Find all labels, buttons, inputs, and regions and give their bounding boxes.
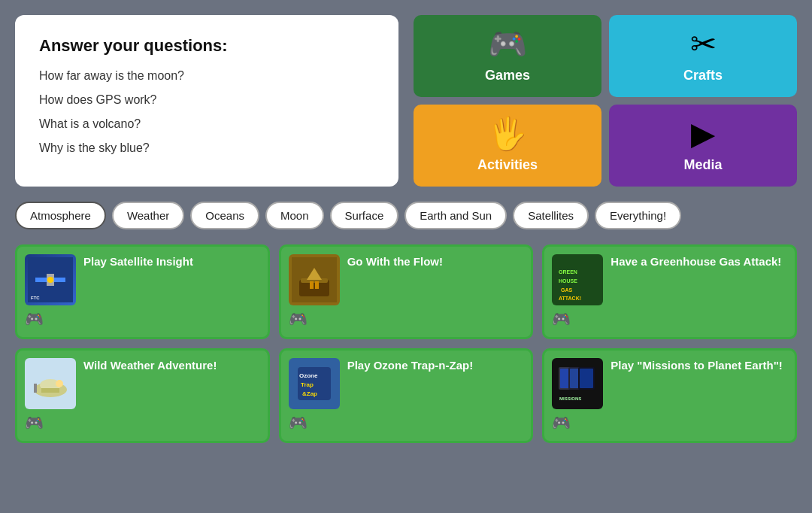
media-button[interactable]: ▶ Media	[609, 105, 797, 187]
filter-earth-and-sun[interactable]: Earth and Sun	[404, 202, 507, 229]
game-card-missions[interactable]: MISSIONS Play "Missions to Planet Earth"…	[542, 348, 797, 443]
filter-section: Atmosphere Weather Oceans Moon Surface E…	[15, 202, 797, 229]
svg-rect-11	[315, 281, 319, 289]
top-section: Answer your questions: How far away is t…	[15, 15, 797, 187]
filter-atmosphere[interactable]: Atmosphere	[15, 202, 106, 229]
thumb-inner-3: GREEN HOUSE GAS ATTACK!	[552, 254, 603, 305]
svg-point-4	[47, 277, 53, 283]
game-card-flow[interactable]: Go With the Flow!	[279, 244, 534, 339]
filter-satellites[interactable]: Satellites	[513, 202, 589, 229]
filter-weather[interactable]: Weather	[112, 202, 184, 229]
svg-rect-2	[35, 278, 47, 282]
qa-panel: Answer your questions: How far away is t…	[15, 15, 398, 187]
game-title-ozone: Play Ozone Trap-n-Zap!	[347, 358, 474, 373]
game-card-bottom	[25, 310, 259, 328]
svg-rect-10	[310, 281, 314, 289]
crafts-icon: ✂	[690, 29, 717, 60]
thumb-inner-2	[289, 254, 340, 305]
crafts-label: Crafts	[683, 68, 723, 83]
question-4: Why is the sky blue?	[39, 141, 374, 155]
svg-text:Trap: Trap	[301, 381, 314, 388]
game-card-bottom-2	[289, 310, 523, 328]
game-title-greenhouse: Have a Greenhouse Gas Attack!	[611, 254, 781, 269]
game-title-missions: Play "Missions to Planet Earth"!	[611, 358, 782, 373]
controller-icon-3	[552, 310, 571, 328]
question-3: What is a volcano?	[39, 117, 374, 131]
svg-text:FTC: FTC	[31, 296, 40, 300]
activities-button[interactable]: 🖐 Activities	[414, 105, 601, 187]
game-title-flow: Go With the Flow!	[347, 254, 443, 269]
svg-rect-22	[34, 384, 37, 393]
svg-rect-3	[54, 278, 65, 282]
controller-icon-2	[289, 310, 308, 328]
thumb-inner-4	[25, 358, 76, 409]
game-thumbnail-missions: MISSIONS	[552, 358, 603, 409]
thumb-inner-5: Ozone Trap &Zap	[289, 358, 340, 409]
game-thumbnail-weather	[25, 358, 76, 409]
qa-title: Answer your questions:	[39, 36, 374, 56]
media-icon: ▶	[691, 118, 715, 150]
game-thumbnail-greenhouse: GREEN HOUSE GAS ATTACK!	[552, 254, 603, 305]
filter-surface[interactable]: Surface	[330, 202, 399, 229]
svg-rect-34	[580, 369, 593, 388]
game-card-bottom-5	[289, 414, 523, 432]
question-2: How does GPS work?	[39, 93, 374, 107]
game-card-ozone[interactable]: Ozone Trap &Zap Play Ozone Trap-n-Zap!	[279, 348, 534, 443]
media-label: Media	[683, 157, 722, 173]
filter-moon[interactable]: Moon	[265, 202, 324, 229]
game-title-satellite: Play Satellite Insight	[83, 254, 193, 269]
game-card-top-3: GREEN HOUSE GAS ATTACK! Have a Greenhous…	[552, 254, 786, 305]
filter-oceans[interactable]: Oceans	[190, 202, 259, 229]
game-card-greenhouse[interactable]: GREEN HOUSE GAS ATTACK! Have a Greenhous…	[542, 244, 797, 339]
game-card-top-2: Go With the Flow!	[289, 254, 523, 305]
game-card-bottom-4	[25, 414, 259, 432]
svg-rect-20	[41, 388, 59, 393]
game-title-weather: Wild Weather Adventure!	[83, 358, 217, 373]
controller-icon	[25, 310, 44, 328]
controller-icon-6	[552, 414, 571, 432]
game-card-satellite[interactable]: FTC Play Satellite Insight	[15, 244, 270, 339]
game-thumbnail-flow	[289, 254, 340, 305]
activities-icon: 🖐	[488, 118, 527, 150]
game-thumbnail-ozone: Ozone Trap &Zap	[289, 358, 340, 409]
games-icon: 🎮	[488, 29, 527, 60]
svg-text:GAS: GAS	[561, 287, 573, 293]
thumb-inner: FTC	[25, 254, 76, 305]
svg-text:GREEN: GREEN	[559, 269, 577, 275]
game-card-top-6: MISSIONS Play "Missions to Planet Earth"…	[552, 358, 786, 409]
svg-text:Ozone: Ozone	[299, 372, 318, 379]
svg-text:HOUSE: HOUSE	[559, 278, 577, 284]
questions-list: How far away is the moon? How does GPS w…	[39, 69, 374, 155]
thumb-inner-6: MISSIONS	[552, 358, 603, 409]
filter-everything[interactable]: Everything!	[595, 202, 681, 229]
game-card-top: FTC Play Satellite Insight	[25, 254, 259, 305]
svg-text:ATTACK!: ATTACK!	[559, 296, 581, 301]
activities-label: Activities	[477, 157, 538, 173]
svg-text:&Zap: &Zap	[302, 390, 317, 397]
svg-point-21	[56, 380, 63, 387]
crafts-button[interactable]: ✂ Crafts	[609, 15, 797, 97]
controller-icon-4	[25, 414, 44, 432]
game-card-weather[interactable]: Wild Weather Adventure!	[15, 348, 270, 443]
games-button[interactable]: 🎮 Games	[414, 15, 601, 97]
svg-text:MISSIONS: MISSIONS	[559, 396, 581, 401]
game-card-bottom-3	[552, 310, 786, 328]
games-label: Games	[485, 68, 530, 83]
question-1: How far away is the moon?	[39, 69, 374, 83]
games-grid: FTC Play Satellite Insight	[15, 244, 797, 443]
game-thumbnail-satellite: FTC	[25, 254, 76, 305]
controller-icon-5	[289, 414, 308, 432]
game-card-bottom-6	[552, 414, 786, 432]
game-card-top-4: Wild Weather Adventure!	[25, 358, 259, 409]
category-grid: 🎮 Games ✂ Crafts 🖐 Activities ▶ Media	[414, 15, 797, 187]
game-card-top-5: Ozone Trap &Zap Play Ozone Trap-n-Zap!	[289, 358, 523, 409]
